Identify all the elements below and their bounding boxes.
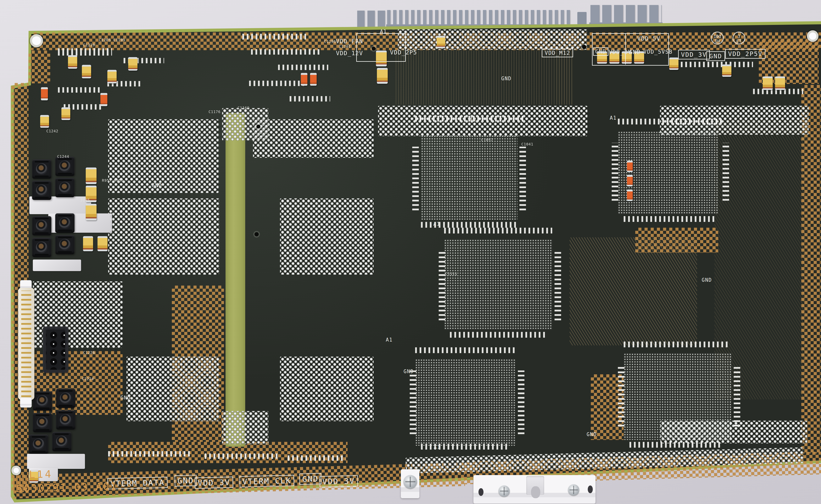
- component-cluster: [288, 455, 345, 461]
- label-vdd-m12: VDD_M12: [542, 49, 573, 57]
- qc-stamp-line1: 10d: [712, 34, 723, 39]
- fiber-socket: [55, 157, 75, 176]
- bga-land-pattern: [618, 131, 718, 214]
- via-hole: [256, 125, 260, 129]
- bracket-hole: [479, 488, 484, 496]
- bga-land-pattern: [624, 353, 732, 440]
- tantalum-capacitor: [61, 107, 70, 120]
- orange-capacitor: [41, 87, 48, 100]
- tantalum-capacitor: [669, 58, 679, 70]
- component-ref: C1701: [339, 44, 351, 49]
- pin-field: [108, 119, 218, 193]
- tantalum-capacitor: [107, 70, 117, 83]
- component-cluster: [251, 49, 320, 55]
- mounting-hole: [809, 32, 816, 40]
- component-cluster: [450, 332, 547, 338]
- fiber-socket: [56, 410, 75, 430]
- label-a1: A1: [470, 117, 476, 122]
- component-cluster: [58, 48, 112, 56]
- bga-land-pattern: [444, 239, 552, 330]
- component-cluster: [612, 143, 618, 201]
- component-cluster: [205, 453, 280, 459]
- component-cluster: [415, 347, 516, 353]
- component-cluster: [249, 81, 307, 86]
- pin-field: [398, 29, 587, 50]
- label-a1: A1: [386, 337, 392, 343]
- label-gnd: GND: [299, 473, 322, 485]
- pin-field: [126, 357, 219, 421]
- component-cluster: [278, 65, 328, 70]
- component-cluster: [415, 116, 523, 122]
- label-gnd: GND: [403, 369, 414, 374]
- label-vdd-5v: VDD_5V: [637, 35, 660, 42]
- label-vdd-2p5: VDD_2P5: [390, 49, 417, 56]
- fiber-socket: [52, 432, 71, 451]
- fiber-socket: [55, 235, 75, 254]
- fiber-socket: [55, 213, 75, 233]
- tantalum-capacitor: [83, 236, 93, 251]
- label-vdd-3v: VDD_3V: [609, 49, 632, 55]
- component-ref: C1224: [82, 377, 94, 381]
- mounting-hole: [32, 36, 41, 45]
- component-ref: C1169: [237, 106, 249, 110]
- component-cluster: [444, 228, 552, 233]
- pin-field: [280, 198, 373, 275]
- label-vdd-3v: VDD_3V: [195, 477, 233, 489]
- center-bus-strip: [225, 113, 245, 447]
- component-ref: C1219: [83, 43, 95, 47]
- component-cluster: [723, 143, 729, 201]
- metal-plate: [33, 260, 81, 271]
- screw: [403, 475, 417, 489]
- label-vdd-3v: VDD_3V: [678, 50, 710, 59]
- qc-stamp-line1: 3: [733, 34, 745, 39]
- label-gnd: GND: [702, 277, 712, 283]
- screw: [568, 484, 579, 496]
- silkscreen-box: [356, 33, 406, 62]
- component-ref: J105: [80, 198, 90, 202]
- label-a1: A1: [380, 29, 387, 34]
- pin-field: [253, 119, 373, 158]
- orange-capacitor: [627, 161, 633, 172]
- label-gnd: GND: [706, 51, 725, 61]
- label-vdd-5vsb: VDD_5VSB: [643, 49, 673, 55]
- label-vdd-2p5v: VDD_2P5V: [725, 49, 765, 59]
- component-cluster: [618, 119, 722, 124]
- via-hole: [455, 128, 458, 131]
- component-cluster: [672, 62, 753, 67]
- label-a1: A1: [434, 444, 441, 450]
- qc-stamp: 3 ET: [733, 32, 745, 44]
- bracket-hole: [531, 486, 540, 498]
- metal-plate: [27, 454, 85, 469]
- qc-stamp-line2: ET: [733, 39, 745, 44]
- board-part-number: 5030291-03 A01: [16, 480, 118, 495]
- label-vdd-12v: VDD_12V: [336, 50, 363, 57]
- fiber-socket: [33, 391, 52, 411]
- label-gnd: GND: [629, 49, 641, 55]
- pin-field: [222, 108, 268, 140]
- ribbon-connector: [18, 288, 34, 400]
- tantalum-capacitor: [86, 167, 97, 184]
- bracket-hole: [588, 485, 593, 493]
- component-cluster: [624, 342, 728, 347]
- ribbon-connector-ear: [20, 398, 32, 408]
- tantalum-capacitor: [775, 76, 785, 90]
- tantalum-capacitor: [722, 64, 731, 77]
- trace-zone: [396, 51, 574, 105]
- component-ref: C1041: [521, 142, 533, 146]
- pin-field: [222, 411, 268, 444]
- board-ref-designator: L14: [29, 468, 53, 480]
- component-cluster: [439, 251, 445, 320]
- component-cluster: [108, 451, 191, 457]
- trace-zone: [570, 237, 697, 345]
- mounting-hole: [14, 468, 19, 473]
- label-vdd-3v: VDD_3V: [319, 475, 358, 487]
- orange-capacitor: [627, 189, 633, 201]
- component-cluster: [58, 87, 102, 93]
- component-ref: C1057: [481, 138, 493, 142]
- component-ref: C1176: [208, 110, 220, 114]
- fiber-socket: [33, 413, 52, 432]
- fiber-socket: [29, 435, 48, 454]
- label-gnd: GND: [152, 183, 162, 188]
- orange-capacitor: [100, 93, 107, 106]
- component-cluster: [290, 96, 330, 101]
